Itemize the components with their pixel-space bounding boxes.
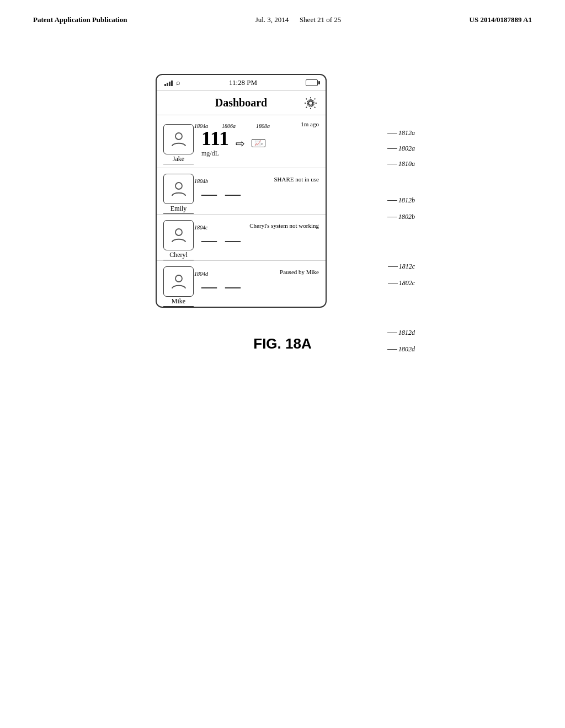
figure-caption: FIG. 18A bbox=[253, 335, 311, 352]
svg-point-1 bbox=[175, 133, 182, 140]
mike-status: Paused by Mike bbox=[280, 269, 319, 275]
ref-1808a: 1808a bbox=[256, 123, 270, 129]
cheryl-card-content: Cheryl's system not working — — bbox=[201, 222, 319, 249]
user-card-mike[interactable]: Mike Paused by Mike — — 1804d bbox=[157, 261, 326, 307]
annot-1802c: 1802c bbox=[388, 279, 415, 287]
avatar-cheryl bbox=[163, 220, 194, 250]
svg-point-0 bbox=[308, 101, 313, 105]
wifi-icon: ⌕ bbox=[176, 78, 180, 87]
patent-header: Patent Application Publication Jul. 3, 2… bbox=[0, 0, 565, 24]
svg-point-3 bbox=[175, 229, 182, 235]
emily-card-content: SHARE not in use — — bbox=[201, 176, 319, 202]
ref-1804b: 1804b bbox=[194, 178, 208, 184]
ref-1804a: 1804a bbox=[194, 123, 208, 129]
user-name-emily: Emily bbox=[163, 205, 194, 214]
ref-1804c: 1804c bbox=[194, 224, 207, 231]
annot-1810a: 1810a bbox=[387, 160, 415, 168]
svg-point-4 bbox=[175, 275, 182, 282]
user-name-jake: Jake bbox=[163, 155, 194, 164]
battery-icon bbox=[306, 79, 318, 86]
header-sheet: Sheet 21 of 25 bbox=[300, 15, 341, 24]
header-right: US 2014/0187889 A1 bbox=[470, 15, 532, 24]
user-name-cheryl: Cheryl bbox=[163, 251, 194, 260]
dashboard-title: Dashboard bbox=[215, 97, 267, 109]
jake-graph-box: 📈› bbox=[252, 139, 265, 147]
cheryl-dash-reading: — — bbox=[201, 231, 319, 249]
user-card-cheryl[interactable]: Cheryl Cheryl's system not working — — 1… bbox=[157, 215, 326, 261]
avatar-mike bbox=[163, 266, 194, 297]
mike-dash-reading: — — bbox=[201, 277, 319, 295]
annot-1812d: 1812d bbox=[387, 329, 415, 337]
user-card-jake[interactable]: Jake 1m ago 111 mg/dL ⇨ bbox=[157, 115, 326, 168]
annot-1812b: 1812b bbox=[387, 196, 415, 205]
cheryl-status: Cheryl's system not working bbox=[249, 222, 319, 229]
header-date: Jul. 3, 2014 bbox=[255, 15, 289, 24]
phone-mockup: ⌕ 11:28 PM Dashboard bbox=[156, 74, 327, 308]
user-card-emily[interactable]: Emily SHARE not in use — — 1804b bbox=[157, 168, 326, 215]
header-center: Jul. 3, 2014 Sheet 21 of 25 bbox=[255, 15, 342, 24]
annot-1802b: 1802b bbox=[387, 213, 415, 221]
emily-dash-reading: — — bbox=[201, 185, 319, 202]
status-bar-left: ⌕ bbox=[164, 78, 180, 87]
jake-arrow-icon: ⇨ bbox=[236, 137, 245, 150]
main-content: ⌕ 11:28 PM Dashboard bbox=[0, 24, 565, 352]
status-time: 11:28 PM bbox=[229, 78, 257, 87]
annot-1802a: 1802a bbox=[387, 144, 415, 153]
annot-1802d: 1802d bbox=[387, 345, 415, 354]
jake-timestamp: 1m ago bbox=[301, 121, 319, 127]
jake-reading-row: 111 mg/dL ⇨ 📈› bbox=[201, 129, 319, 158]
annot-1812a: 1812a bbox=[387, 129, 415, 137]
svg-point-2 bbox=[175, 183, 182, 189]
avatar-emily bbox=[163, 174, 194, 204]
user-name-mike: Mike bbox=[163, 297, 194, 307]
gear-icon[interactable] bbox=[303, 96, 318, 110]
header-left: Patent Application Publication bbox=[33, 15, 127, 24]
annot-1812c: 1812c bbox=[388, 263, 415, 271]
avatar-jake bbox=[163, 124, 194, 154]
jake-bg-value: 111 bbox=[201, 129, 229, 148]
ref-1806a: 1806a bbox=[222, 123, 236, 129]
jake-bg-unit: mg/dL bbox=[201, 149, 229, 158]
mike-card-content: Paused by Mike — — bbox=[201, 269, 319, 295]
signal-bars-icon bbox=[164, 79, 173, 86]
emily-status: SHARE not in use bbox=[274, 176, 319, 183]
dashboard-bar: Dashboard bbox=[157, 91, 326, 115]
ref-1804d: 1804d bbox=[194, 271, 208, 277]
status-bar: ⌕ 11:28 PM bbox=[157, 75, 326, 91]
